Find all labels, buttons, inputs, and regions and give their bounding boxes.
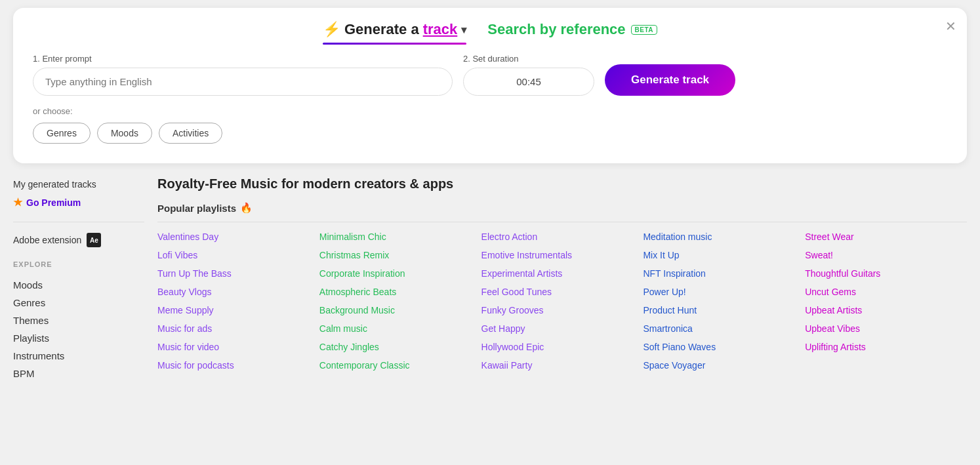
playlist-link[interactable]: Uncut Gems — [805, 285, 967, 298]
playlist-col-1: Minimalism ChicChristmas RemixCorporate … — [319, 230, 481, 372]
playlist-link[interactable]: Catchy Jingles — [319, 340, 481, 354]
playlist-link[interactable]: Background Music — [319, 304, 481, 317]
generate-card: ⚡ Generate a track ▾ Search by reference… — [13, 8, 967, 163]
sidebar-divider — [13, 222, 144, 222]
moods-pill[interactable]: Moods — [97, 123, 152, 144]
playlist-col-0: Valentines DayLofi VibesTurn Up The Bass… — [157, 230, 319, 372]
playlist-link[interactable]: Upbeat Artists — [805, 304, 967, 317]
sidebar-item-themes[interactable]: Themes — [13, 312, 144, 329]
playlist-link[interactable]: Uplifting Artists — [805, 340, 967, 354]
premium-label: Go Premium — [26, 197, 81, 208]
chevron-down-icon: ▾ — [461, 24, 466, 36]
sidebar-item-instruments[interactable]: Instruments — [13, 347, 144, 365]
prompt-label: 1. Enter prompt — [33, 54, 453, 64]
sidebar: My generated tracks ★ Go Premium Adobe e… — [13, 176, 144, 382]
playlist-link[interactable]: Get Happy — [481, 322, 643, 335]
playlists-area: Royalty-Free Music for modern creators &… — [144, 176, 967, 382]
track-word: track — [423, 21, 458, 38]
adobe-icon: Ae — [87, 233, 101, 247]
playlist-link[interactable]: Sweat! — [805, 249, 967, 262]
playlist-link[interactable]: Meditation music — [643, 230, 805, 243]
playlist-link[interactable]: Calm music — [319, 322, 481, 335]
playlist-link[interactable]: Contemporary Classic — [319, 359, 481, 372]
sidebar-item-bpm[interactable]: BPM — [13, 365, 144, 382]
beta-badge: BETA — [631, 25, 657, 35]
prompt-input[interactable] — [33, 68, 453, 96]
sidebar-item-moods[interactable]: Moods — [13, 276, 144, 294]
playlist-link[interactable]: Thoughtful Guitars — [805, 267, 967, 280]
go-premium-button[interactable]: ★ Go Premium — [13, 196, 144, 209]
playlist-link[interactable]: Street Wear — [805, 230, 967, 243]
playlist-link[interactable]: Hollywood Epic — [481, 340, 643, 354]
playlist-link[interactable]: Space Voyager — [643, 359, 805, 372]
pill-buttons: Genres Moods Activities — [33, 123, 947, 144]
playlist-link[interactable]: Turn Up The Bass — [157, 267, 319, 280]
duration-field-group: 2. Set duration — [463, 54, 594, 96]
playlist-link[interactable]: Atmospheric Beats — [319, 285, 481, 298]
playlist-col-3: Meditation musicMix It UpNFT Inspiration… — [643, 230, 805, 372]
playlist-link[interactable]: Upbeat Vibes — [805, 322, 967, 335]
playlist-link[interactable]: Music for ads — [157, 322, 319, 335]
playlists-title: Royalty-Free Music for modern creators &… — [157, 176, 967, 192]
sidebar-item-genres[interactable]: Genres — [13, 294, 144, 312]
generate-track-button[interactable]: Generate track — [605, 64, 735, 96]
playlist-link[interactable]: Product Hunt — [643, 304, 805, 317]
form-row: 1. Enter prompt 2. Set duration Generate… — [33, 54, 947, 96]
duration-input[interactable] — [463, 68, 594, 96]
lightning-icon: ⚡ — [323, 21, 340, 38]
playlist-link[interactable]: Smartronica — [643, 322, 805, 335]
playlist-link[interactable]: Experimental Artists — [481, 267, 643, 280]
playlists-grid: Valentines DayLofi VibesTurn Up The Bass… — [157, 222, 967, 372]
star-icon: ★ — [13, 196, 22, 209]
playlist-link[interactable]: Corporate Inspiration — [319, 267, 481, 280]
playlist-link[interactable]: Power Up! — [643, 285, 805, 298]
playlist-link[interactable]: NFT Inspiration — [643, 267, 805, 280]
playlist-link[interactable]: Minimalism Chic — [319, 230, 481, 243]
fire-icon: 🔥 — [240, 202, 253, 214]
playlist-link[interactable]: Beauty Vlogs — [157, 285, 319, 298]
sidebar-item-playlists[interactable]: Playlists — [13, 329, 144, 347]
tab-generate[interactable]: ⚡ Generate a track ▾ — [323, 21, 466, 38]
my-generated-tracks-label: My generated tracks — [13, 179, 144, 190]
playlist-link[interactable]: Funky Grooves — [481, 304, 643, 317]
explore-label: EXPLORE — [13, 260, 144, 268]
playlist-link[interactable]: Soft Piano Waves — [643, 340, 805, 354]
playlist-link[interactable]: Music for podcasts — [157, 359, 319, 372]
adobe-extension-item[interactable]: Adobe extension Ae — [13, 233, 144, 247]
genres-pill[interactable]: Genres — [33, 123, 91, 144]
playlist-link[interactable]: Emotive Instrumentals — [481, 249, 643, 262]
playlist-link[interactable]: Feel Good Tunes — [481, 285, 643, 298]
playlist-link[interactable]: Electro Action — [481, 230, 643, 243]
activities-pill[interactable]: Activities — [159, 123, 222, 144]
playlist-link[interactable]: Kawaii Party — [481, 359, 643, 372]
playlist-link[interactable]: Lofi Vibes — [157, 249, 319, 262]
playlist-link[interactable]: Christmas Remix — [319, 249, 481, 262]
playlist-link[interactable]: Mix It Up — [643, 249, 805, 262]
playlist-col-4: Street WearSweat!Thoughtful GuitarsUncut… — [805, 230, 967, 372]
close-button[interactable]: ✕ — [945, 18, 956, 34]
popular-text: Popular playlists — [157, 203, 236, 214]
playlist-col-2: Electro ActionEmotive InstrumentalsExper… — [481, 230, 643, 372]
or-choose-label: or choose: — [33, 106, 947, 116]
main-content: My generated tracks ★ Go Premium Adobe e… — [13, 176, 967, 382]
playlist-link[interactable]: Music for video — [157, 340, 319, 354]
playlist-link[interactable]: Valentines Day — [157, 230, 319, 243]
prompt-field-group: 1. Enter prompt — [33, 54, 453, 96]
tab-search[interactable]: Search by reference BETA — [487, 21, 657, 38]
popular-playlists-label: Popular playlists 🔥 — [157, 202, 967, 214]
duration-label: 2. Set duration — [463, 54, 594, 64]
playlist-link[interactable]: Meme Supply — [157, 304, 319, 317]
tab-bar: ⚡ Generate a track ▾ Search by reference… — [33, 21, 947, 41]
search-label: Search by reference — [487, 21, 625, 38]
adobe-label: Adobe extension — [13, 235, 81, 245]
generate-label-pre: Generate a — [344, 21, 419, 38]
